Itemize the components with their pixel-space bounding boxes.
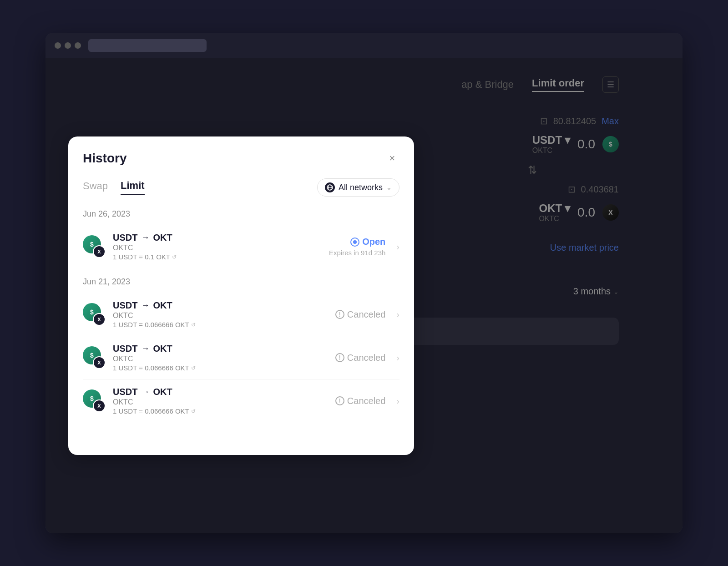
tx-network: OKTC [113, 312, 328, 320]
tx-direction-arrow: → [141, 344, 149, 354]
tx-info: USDT → OKTOKTC1 USDT = 0.066666 OKT ↺ [113, 344, 328, 372]
status-expires: Expires in 91d 23h [329, 249, 385, 257]
tx-rate: 1 USDT = 0.066666 OKT ↺ [113, 321, 328, 328]
modal-tabs-left: Swap Limit [83, 180, 145, 195]
dot-maximize[interactable] [75, 42, 81, 49]
tab-limit[interactable]: Limit [121, 180, 145, 195]
network-selector[interactable]: All networks ⌄ [317, 178, 399, 197]
group-date: Jun 21, 2023 [83, 277, 399, 287]
network-selector-label: All networks [339, 183, 383, 192]
tx-to: OKT [153, 300, 172, 311]
tx-from: USDT [113, 344, 137, 354]
browser-window: ap & Bridge Limit order ☰ ⊡ 80.812405 Ma… [46, 33, 682, 533]
browser-titlebar [46, 33, 682, 58]
modal-title: History [83, 151, 126, 166]
table-row[interactable]: $XUSDT → OKTOKTC1 USDT = 0.1 OKT ↺OpenEx… [83, 225, 399, 268]
tx-from: USDT [113, 387, 137, 397]
tx-icon-container: $X [83, 303, 106, 326]
status-canceled: !Canceled [335, 309, 386, 320]
browser-dots [55, 42, 81, 49]
status-canceled-label: Canceled [347, 309, 386, 320]
network-selector-icon [325, 182, 335, 192]
status-canceled-label: Canceled [347, 353, 386, 363]
tx-pair: USDT → OKT [113, 300, 328, 311]
status-canceled: !Canceled [335, 396, 386, 406]
table-row[interactable]: $XUSDT → OKTOKTC1 USDT = 0.066666 OKT ↺!… [83, 379, 399, 422]
status-canceled-icon: ! [335, 310, 344, 319]
tx-status: !Canceled [335, 396, 386, 406]
tx-to-icon: X [93, 245, 106, 258]
modal-header: History × [83, 151, 399, 166]
tx-status: OpenExpires in 91d 23h [329, 237, 385, 257]
rate-refresh-icon: ↺ [191, 322, 196, 328]
tx-row-chevron: › [396, 396, 399, 406]
tx-to-icon: X [93, 399, 106, 412]
tx-pair: USDT → OKT [113, 232, 322, 243]
close-icon: × [389, 152, 395, 164]
status-canceled: !Canceled [335, 353, 386, 363]
tx-pair: USDT → OKT [113, 344, 328, 354]
table-row[interactable]: $XUSDT → OKTOKTC1 USDT = 0.066666 OKT ↺!… [83, 293, 399, 336]
tx-to-icon: X [93, 356, 106, 369]
tx-to-icon: X [93, 313, 106, 326]
transaction-group: Jun 21, 2023$XUSDT → OKTOKTC1 USDT = 0.0… [83, 277, 399, 422]
tx-to: OKT [153, 387, 172, 397]
tx-from: USDT [113, 300, 137, 311]
transaction-group: Jun 26, 2023$XUSDT → OKTOKTC1 USDT = 0.1… [83, 209, 399, 268]
status-canceled-icon: ! [335, 353, 344, 362]
tx-rate: 1 USDT = 0.066666 OKT ↺ [113, 407, 328, 415]
tx-status: !Canceled [335, 309, 386, 320]
tx-row-chevron: › [396, 353, 399, 363]
rate-refresh-icon: ↺ [191, 408, 196, 414]
tx-network: OKTC [113, 355, 328, 363]
status-open-label: Open [362, 237, 385, 247]
tab-swap[interactable]: Swap [83, 180, 108, 195]
modal-close-button[interactable]: × [385, 151, 399, 166]
dot-close[interactable] [55, 42, 61, 49]
dot-minimize[interactable] [65, 42, 71, 49]
address-bar[interactable] [88, 39, 207, 52]
rate-refresh-icon: ↺ [191, 365, 196, 371]
tx-direction-arrow: → [141, 301, 149, 310]
browser-content: ap & Bridge Limit order ☰ ⊡ 80.812405 Ma… [46, 58, 682, 533]
tx-icon-container: $X [83, 389, 106, 412]
tx-status: !Canceled [335, 353, 386, 363]
tx-network: OKTC [113, 398, 328, 406]
rate-refresh-icon: ↺ [172, 254, 177, 260]
network-selector-chevron: ⌄ [386, 184, 392, 191]
tx-from: USDT [113, 232, 137, 243]
tx-network: OKTC [113, 244, 322, 252]
transaction-groups: Jun 26, 2023$XUSDT → OKTOKTC1 USDT = 0.1… [83, 209, 399, 422]
tx-rate: 1 USDT = 0.066666 OKT ↺ [113, 364, 328, 372]
tx-icon-container: $X [83, 235, 106, 258]
status-canceled-label: Canceled [347, 396, 386, 406]
tx-to: OKT [153, 344, 172, 354]
tx-icon-container: $X [83, 346, 106, 369]
group-date: Jun 26, 2023 [83, 209, 399, 219]
status-open-dot [353, 240, 357, 244]
history-modal: History × Swap Limit [68, 136, 414, 455]
tx-to: OKT [153, 232, 172, 243]
tx-direction-arrow: → [141, 233, 149, 243]
status-open-icon [350, 238, 359, 247]
tx-pair: USDT → OKT [113, 387, 328, 397]
tx-row-chevron: › [396, 309, 399, 320]
table-row[interactable]: $XUSDT → OKTOKTC1 USDT = 0.066666 OKT ↺!… [83, 336, 399, 379]
status-canceled-icon: ! [335, 396, 344, 405]
tx-info: USDT → OKTOKTC1 USDT = 0.066666 OKT ↺ [113, 387, 328, 415]
modal-tabs: Swap Limit All networks ⌄ [83, 178, 399, 197]
tx-info: USDT → OKTOKTC1 USDT = 0.1 OKT ↺ [113, 232, 322, 261]
tx-info: USDT → OKTOKTC1 USDT = 0.066666 OKT ↺ [113, 300, 328, 328]
tx-rate: 1 USDT = 0.1 OKT ↺ [113, 253, 322, 261]
status-open: Open [350, 237, 385, 247]
tx-row-chevron: › [396, 242, 399, 252]
tx-direction-arrow: → [141, 387, 149, 397]
